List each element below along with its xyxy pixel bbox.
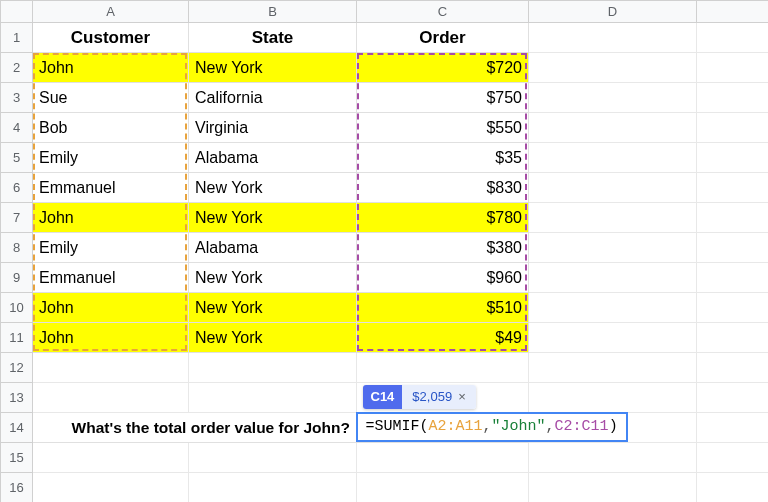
cell-c10[interactable]: $510 (357, 293, 529, 323)
cell[interactable] (697, 203, 769, 233)
cell[interactable] (529, 473, 697, 503)
cell-c1[interactable]: Order (357, 23, 529, 53)
cell-a1[interactable]: Customer (33, 23, 189, 53)
row-header-3[interactable]: 3 (1, 83, 33, 113)
cell[interactable] (697, 413, 769, 443)
cell-c4[interactable]: $550 (357, 113, 529, 143)
cell[interactable] (697, 173, 769, 203)
cell[interactable] (33, 473, 189, 503)
cell[interactable] (529, 113, 697, 143)
cell[interactable] (529, 203, 697, 233)
cell-a6[interactable]: Emmanuel (33, 173, 189, 203)
row-header-16[interactable]: 16 (1, 473, 33, 503)
row-header-7[interactable]: 7 (1, 203, 33, 233)
cell[interactable] (697, 353, 769, 383)
cell[interactable] (697, 473, 769, 503)
row-header-9[interactable]: 9 (1, 263, 33, 293)
column-header-c[interactable]: C (357, 1, 529, 23)
cell-a7[interactable]: John (33, 203, 189, 233)
column-header-a[interactable]: A (33, 1, 189, 23)
cell[interactable] (529, 83, 697, 113)
formula-result-preview[interactable]: C14 $2,059× (363, 385, 476, 409)
cell[interactable] (529, 353, 697, 383)
cell[interactable] (697, 113, 769, 143)
cell-c2[interactable]: $720 (357, 53, 529, 83)
cell-b10[interactable]: New York (189, 293, 357, 323)
cell[interactable] (697, 293, 769, 323)
row-header-13[interactable]: 13 (1, 383, 33, 413)
cell[interactable] (357, 443, 529, 473)
cell-a2[interactable]: John (33, 53, 189, 83)
cell[interactable] (357, 473, 529, 503)
cell[interactable] (697, 233, 769, 263)
cell-c9[interactable]: $960 (357, 263, 529, 293)
column-header-b[interactable]: B (189, 1, 357, 23)
cell-a9[interactable]: Emmanuel (33, 263, 189, 293)
row-header-8[interactable]: 8 (1, 233, 33, 263)
row-header-4[interactable]: 4 (1, 113, 33, 143)
select-all-corner[interactable] (1, 1, 33, 23)
formula-input-cell[interactable]: =SUMIF(A2:A11,"John",C2:C11) (356, 412, 628, 442)
cell-b4[interactable]: Virginia (189, 113, 357, 143)
cell-a10[interactable]: John (33, 293, 189, 323)
row-header-14[interactable]: 14 (1, 413, 33, 443)
cell-c7[interactable]: $780 (357, 203, 529, 233)
cell-a4[interactable]: Bob (33, 113, 189, 143)
cell[interactable] (529, 293, 697, 323)
cell-b9[interactable]: New York (189, 263, 357, 293)
cell[interactable] (697, 23, 769, 53)
cell[interactable] (529, 263, 697, 293)
cell-c5[interactable]: $35 (357, 143, 529, 173)
cell[interactable] (697, 143, 769, 173)
cell-c6[interactable]: $830 (357, 173, 529, 203)
row-header-6[interactable]: 6 (1, 173, 33, 203)
cell-b7[interactable]: New York (189, 203, 357, 233)
cell-b3[interactable]: California (189, 83, 357, 113)
cell[interactable] (529, 233, 697, 263)
cell[interactable] (697, 443, 769, 473)
cell[interactable] (697, 323, 769, 353)
row-header-2[interactable]: 2 (1, 53, 33, 83)
cell-b2[interactable]: New York (189, 53, 357, 83)
cell-c11[interactable]: $49 (357, 323, 529, 353)
cell[interactable] (697, 83, 769, 113)
close-icon[interactable]: × (452, 389, 466, 404)
column-header-d[interactable]: D (529, 1, 697, 23)
row-header-5[interactable]: 5 (1, 143, 33, 173)
cell-a3[interactable]: Sue (33, 83, 189, 113)
cell[interactable] (697, 383, 769, 413)
cell[interactable] (33, 443, 189, 473)
cell[interactable] (33, 353, 189, 383)
cell[interactable] (529, 143, 697, 173)
cell[interactable] (529, 443, 697, 473)
cell-c3[interactable]: $750 (357, 83, 529, 113)
row-header-10[interactable]: 10 (1, 293, 33, 323)
row-header-1[interactable]: 1 (1, 23, 33, 53)
cell-b11[interactable]: New York (189, 323, 357, 353)
cell-b1[interactable]: State (189, 23, 357, 53)
cell[interactable] (529, 173, 697, 203)
cell[interactable] (529, 23, 697, 53)
cell-a5[interactable]: Emily (33, 143, 189, 173)
cell[interactable] (357, 353, 529, 383)
cell[interactable] (697, 53, 769, 83)
cell[interactable] (33, 383, 189, 413)
question-cell[interactable]: What's the total order value for John? (33, 413, 357, 443)
cell[interactable] (189, 443, 357, 473)
row-header-12[interactable]: 12 (1, 353, 33, 383)
cell-a8[interactable]: Emily (33, 233, 189, 263)
cell-a11[interactable]: John (33, 323, 189, 353)
cell-b6[interactable]: New York (189, 173, 357, 203)
cell[interactable] (529, 383, 697, 413)
cell[interactable] (697, 263, 769, 293)
cell[interactable] (529, 323, 697, 353)
cell[interactable] (529, 53, 697, 83)
row-header-15[interactable]: 15 (1, 443, 33, 473)
cell-b5[interactable]: Alabama (189, 143, 357, 173)
cell[interactable] (189, 383, 357, 413)
cell-c8[interactable]: $380 (357, 233, 529, 263)
cell[interactable] (189, 353, 357, 383)
row-header-11[interactable]: 11 (1, 323, 33, 353)
cell-b8[interactable]: Alabama (189, 233, 357, 263)
cell[interactable] (189, 473, 357, 503)
